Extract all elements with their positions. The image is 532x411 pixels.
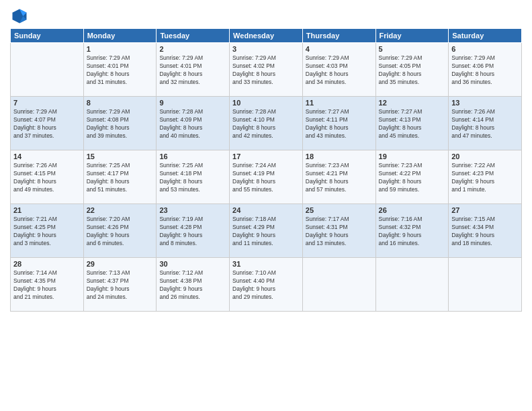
day-info: Sunrise: 7:27 AM Sunset: 4:11 PM Dayligh… <box>306 108 373 140</box>
day-number: 5 <box>379 45 446 53</box>
day-number: 9 <box>159 99 226 107</box>
day-info: Sunrise: 7:14 AM Sunset: 4:35 PM Dayligh… <box>13 269 81 302</box>
weekday-header-saturday: Saturday <box>449 29 522 43</box>
calendar-cell: 16Sunrise: 7:25 AM Sunset: 4:18 PM Dayli… <box>157 150 230 204</box>
day-info: Sunrise: 7:22 AM Sunset: 4:23 PM Dayligh… <box>451 162 519 194</box>
calendar-cell: 30Sunrise: 7:12 AM Sunset: 4:38 PM Dayli… <box>157 258 230 312</box>
day-info: Sunrise: 7:19 AM Sunset: 4:28 PM Dayligh… <box>159 216 226 248</box>
day-number: 19 <box>379 152 446 161</box>
day-info: Sunrise: 7:25 AM Sunset: 4:18 PM Dayligh… <box>159 162 226 194</box>
calendar-cell: 24Sunrise: 7:18 AM Sunset: 4:29 PM Dayli… <box>230 204 303 258</box>
day-number: 30 <box>159 260 226 268</box>
weekday-header-thursday: Thursday <box>302 29 375 43</box>
day-info: Sunrise: 7:26 AM Sunset: 4:15 PM Dayligh… <box>13 162 81 194</box>
day-info: Sunrise: 7:29 AM Sunset: 4:07 PM Dayligh… <box>13 108 81 140</box>
day-number: 18 <box>306 152 373 161</box>
svg-marker-0 <box>13 9 27 24</box>
logo-icon <box>10 7 29 26</box>
calendar-cell <box>11 43 84 97</box>
day-info: Sunrise: 7:15 AM Sunset: 4:34 PM Dayligh… <box>451 216 519 248</box>
day-number: 12 <box>379 99 446 107</box>
day-info: Sunrise: 7:17 AM Sunset: 4:31 PM Dayligh… <box>306 216 373 248</box>
calendar-cell: 20Sunrise: 7:22 AM Sunset: 4:23 PM Dayli… <box>449 150 522 204</box>
day-number: 3 <box>232 45 300 53</box>
calendar-cell: 14Sunrise: 7:26 AM Sunset: 4:15 PM Dayli… <box>11 150 84 204</box>
day-number: 22 <box>87 206 154 214</box>
calendar-cell: 8Sunrise: 7:29 AM Sunset: 4:08 PM Daylig… <box>83 97 157 150</box>
day-info: Sunrise: 7:13 AM Sunset: 4:37 PM Dayligh… <box>87 269 154 302</box>
calendar-cell: 9Sunrise: 7:28 AM Sunset: 4:09 PM Daylig… <box>157 97 230 150</box>
calendar-cell: 4Sunrise: 7:29 AM Sunset: 4:03 PM Daylig… <box>302 43 375 97</box>
calendar-cell: 18Sunrise: 7:23 AM Sunset: 4:21 PM Dayli… <box>302 150 375 204</box>
calendar-cell: 7Sunrise: 7:29 AM Sunset: 4:07 PM Daylig… <box>11 97 84 150</box>
day-info: Sunrise: 7:21 AM Sunset: 4:25 PM Dayligh… <box>13 216 81 248</box>
day-number: 23 <box>159 206 226 214</box>
day-info: Sunrise: 7:25 AM Sunset: 4:17 PM Dayligh… <box>87 162 154 194</box>
day-number: 2 <box>159 45 226 53</box>
calendar-cell: 15Sunrise: 7:25 AM Sunset: 4:17 PM Dayli… <box>83 150 157 204</box>
calendar-table: SundayMondayTuesdayWednesdayThursdayFrid… <box>10 28 522 312</box>
day-info: Sunrise: 7:29 AM Sunset: 4:02 PM Dayligh… <box>232 54 300 87</box>
calendar-cell: 23Sunrise: 7:19 AM Sunset: 4:28 PM Dayli… <box>157 204 230 258</box>
day-info: Sunrise: 7:28 AM Sunset: 4:10 PM Dayligh… <box>232 108 300 140</box>
day-info: Sunrise: 7:24 AM Sunset: 4:19 PM Dayligh… <box>232 162 300 194</box>
calendar-cell: 1Sunrise: 7:29 AM Sunset: 4:01 PM Daylig… <box>83 43 157 97</box>
day-info: Sunrise: 7:29 AM Sunset: 4:05 PM Dayligh… <box>379 54 446 87</box>
calendar-cell <box>302 258 375 312</box>
day-info: Sunrise: 7:10 AM Sunset: 4:40 PM Dayligh… <box>232 269 300 302</box>
calendar-cell: 3Sunrise: 7:29 AM Sunset: 4:02 PM Daylig… <box>230 43 303 97</box>
day-info: Sunrise: 7:26 AM Sunset: 4:14 PM Dayligh… <box>451 108 519 140</box>
day-info: Sunrise: 7:27 AM Sunset: 4:13 PM Dayligh… <box>379 108 446 140</box>
day-info: Sunrise: 7:18 AM Sunset: 4:29 PM Dayligh… <box>232 216 300 248</box>
weekday-header-friday: Friday <box>375 29 449 43</box>
calendar-cell <box>375 258 449 312</box>
day-number: 17 <box>232 152 300 161</box>
calendar-cell: 5Sunrise: 7:29 AM Sunset: 4:05 PM Daylig… <box>375 43 449 97</box>
day-number: 7 <box>13 99 81 107</box>
calendar-cell: 22Sunrise: 7:20 AM Sunset: 4:26 PM Dayli… <box>83 204 157 258</box>
day-info: Sunrise: 7:16 AM Sunset: 4:32 PM Dayligh… <box>379 216 446 248</box>
day-info: Sunrise: 7:12 AM Sunset: 4:38 PM Dayligh… <box>159 269 226 302</box>
calendar-cell: 10Sunrise: 7:28 AM Sunset: 4:10 PM Dayli… <box>230 97 303 150</box>
calendar-week-1: 1Sunrise: 7:29 AM Sunset: 4:01 PM Daylig… <box>11 43 522 97</box>
calendar-week-2: 7Sunrise: 7:29 AM Sunset: 4:07 PM Daylig… <box>11 97 522 150</box>
logo <box>10 7 32 26</box>
day-info: Sunrise: 7:23 AM Sunset: 4:22 PM Dayligh… <box>379 162 446 194</box>
calendar-cell: 26Sunrise: 7:16 AM Sunset: 4:32 PM Dayli… <box>375 204 449 258</box>
day-number: 10 <box>232 99 300 107</box>
day-info: Sunrise: 7:29 AM Sunset: 4:03 PM Dayligh… <box>306 54 373 87</box>
calendar-cell: 19Sunrise: 7:23 AM Sunset: 4:22 PM Dayli… <box>375 150 449 204</box>
calendar-cell: 6Sunrise: 7:29 AM Sunset: 4:06 PM Daylig… <box>449 43 522 97</box>
calendar-cell: 12Sunrise: 7:27 AM Sunset: 4:13 PM Dayli… <box>375 97 449 150</box>
day-number: 4 <box>306 45 373 53</box>
calendar-cell: 28Sunrise: 7:14 AM Sunset: 4:35 PM Dayli… <box>11 258 84 312</box>
day-number: 15 <box>87 152 154 161</box>
day-number: 24 <box>232 206 300 214</box>
day-number: 31 <box>232 260 300 268</box>
day-number: 28 <box>13 260 81 268</box>
day-number: 20 <box>451 152 519 161</box>
calendar-week-5: 28Sunrise: 7:14 AM Sunset: 4:35 PM Dayli… <box>11 258 522 312</box>
day-number: 21 <box>13 206 81 214</box>
calendar-cell: 21Sunrise: 7:21 AM Sunset: 4:25 PM Dayli… <box>11 204 84 258</box>
day-info: Sunrise: 7:28 AM Sunset: 4:09 PM Dayligh… <box>159 108 226 140</box>
day-info: Sunrise: 7:29 AM Sunset: 4:01 PM Dayligh… <box>87 54 154 87</box>
calendar-week-3: 14Sunrise: 7:26 AM Sunset: 4:15 PM Dayli… <box>11 150 522 204</box>
day-info: Sunrise: 7:29 AM Sunset: 4:01 PM Dayligh… <box>159 54 226 87</box>
day-number: 11 <box>306 99 373 107</box>
calendar-cell: 27Sunrise: 7:15 AM Sunset: 4:34 PM Dayli… <box>449 204 522 258</box>
weekday-header-monday: Monday <box>83 29 157 43</box>
day-info: Sunrise: 7:29 AM Sunset: 4:06 PM Dayligh… <box>451 54 519 87</box>
day-number: 16 <box>159 152 226 161</box>
day-number: 25 <box>306 206 373 214</box>
day-number: 1 <box>87 45 154 53</box>
calendar-cell: 25Sunrise: 7:17 AM Sunset: 4:31 PM Dayli… <box>302 204 375 258</box>
day-info: Sunrise: 7:29 AM Sunset: 4:08 PM Dayligh… <box>87 108 154 140</box>
calendar-cell: 11Sunrise: 7:27 AM Sunset: 4:11 PM Dayli… <box>302 97 375 150</box>
weekday-header-sunday: Sunday <box>11 29 84 43</box>
day-number: 13 <box>451 99 519 107</box>
day-number: 26 <box>379 206 446 214</box>
weekday-header-row: SundayMondayTuesdayWednesdayThursdayFrid… <box>11 29 522 43</box>
day-info: Sunrise: 7:20 AM Sunset: 4:26 PM Dayligh… <box>87 216 154 248</box>
weekday-header-tuesday: Tuesday <box>157 29 230 43</box>
